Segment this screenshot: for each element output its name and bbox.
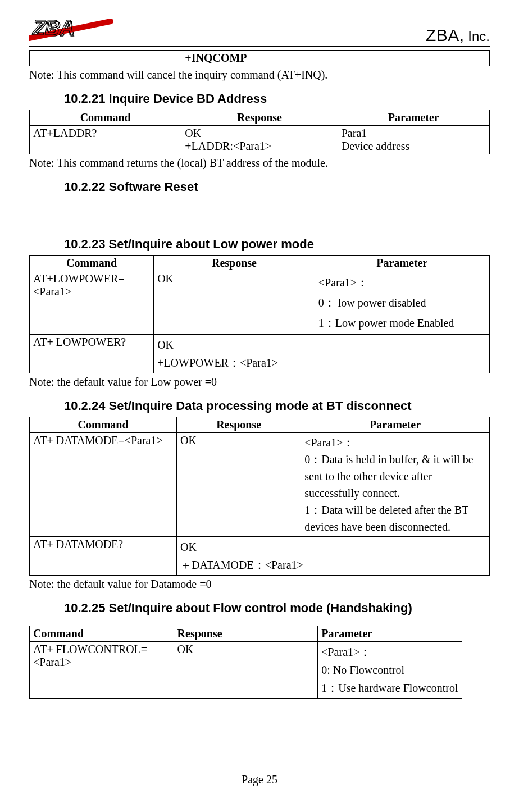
lowpower-table: Command Response Parameter AT+LOWPOWER=<…: [29, 255, 490, 373]
cell: AT+ FLOWCONTROL=<Para1>: [30, 642, 174, 699]
col-response: Response: [174, 626, 318, 642]
spacer: [29, 619, 490, 626]
datamode-table: Command Response Parameter AT+ DATAMODE=…: [29, 417, 490, 576]
table-header-row: Command Response Parameter: [30, 110, 490, 126]
col-command: Command: [30, 626, 174, 642]
col-response: Response: [154, 256, 315, 271]
company-text: ZBA,: [426, 26, 465, 44]
table-header-row: Command Response Parameter: [30, 256, 490, 271]
cell: <Para1>： 0： low power disabled 1：Low pow…: [315, 271, 489, 335]
table-header-row: Command Response Parameter: [30, 626, 462, 642]
cell: OK: [154, 271, 315, 335]
cell: OK +LOWPOWER：<Para1>: [154, 335, 490, 373]
cell: AT+ LOWPOWER?: [30, 335, 154, 373]
cell: [30, 51, 181, 66]
cell: OK: [177, 433, 301, 537]
col-parameter: Parameter: [318, 626, 462, 642]
cell: <Para1>： 0: No Flowcontrol 1：Use hardwar…: [318, 642, 462, 699]
col-response: Response: [177, 417, 301, 433]
table-row: AT+ DATAMODE=<Para1> OK <Para1>： 0：Data …: [30, 433, 490, 537]
section-heading-10221: 10.2.21 Inquire Device BD Address: [64, 92, 490, 106]
cell: OK: [174, 642, 318, 699]
table-row: AT+ FLOWCONTROL=<Para1> OK <Para1>： 0: N…: [30, 642, 462, 699]
flowcontrol-table: Command Response Parameter AT+ FLOWCONTR…: [29, 626, 462, 699]
company-name: ZBA, Inc.: [426, 26, 490, 45]
section-heading-10222: 10.2.22 Software Reset: [64, 180, 490, 194]
document-page: ZBA ZBA ZBA, Inc. +INQCOMP Note: This co…: [0, 0, 519, 812]
table-row: AT+LOWPOWER=<Para1> OK <Para1>： 0： low p…: [30, 271, 490, 335]
section-heading-10225: 10.2.25 Set/Inquire about Flow control m…: [64, 601, 490, 615]
col-response: Response: [181, 110, 338, 126]
col-command: Command: [30, 417, 177, 433]
col-parameter: Parameter: [315, 256, 489, 271]
svg-text:ZBA: ZBA: [32, 16, 74, 39]
table-row: AT+ LOWPOWER? OK +LOWPOWER：<Para1>: [30, 335, 490, 373]
cell: AT+LADDR?: [30, 126, 181, 154]
section-heading-10224: 10.2.24 Set/Inquire Data processing mode…: [64, 399, 490, 413]
table-header-row: Command Response Parameter: [30, 417, 490, 433]
cell: OK +LADDR:<Para1>: [181, 126, 338, 154]
cell: AT+LOWPOWER=<Para1>: [30, 271, 154, 335]
note-datamode: Note: the default value for Datamode =0: [29, 578, 490, 591]
cell: [338, 51, 489, 66]
note-inqcomp: Note: This command will cancel the inqui…: [29, 69, 490, 81]
table-row: +INQCOMP: [30, 51, 490, 66]
col-command: Command: [30, 256, 154, 271]
cell-text: +INQCOMP: [185, 52, 247, 64]
company-inc: Inc.: [465, 29, 490, 44]
zba-logo: ZBA ZBA: [29, 16, 119, 45]
table-row: AT+ DATAMODE? OK ＋DATAMODE：<Para1>: [30, 537, 490, 576]
cell: <Para1>： 0：Data is held in buffer, & it …: [301, 433, 490, 537]
col-parameter: Parameter: [301, 417, 490, 433]
cell: AT+ DATAMODE=<Para1>: [30, 433, 177, 537]
cell: OK ＋DATAMODE：<Para1>: [177, 537, 490, 576]
note-laddr: Note: This command returns the (local) B…: [29, 157, 490, 170]
laddr-table: Command Response Parameter AT+LADDR? OK …: [29, 110, 490, 154]
inqcomp-table: +INQCOMP: [29, 50, 490, 66]
section-heading-10223: 10.2.23 Set/Inquire about Low power mode: [64, 237, 490, 252]
col-parameter: Parameter: [338, 110, 489, 126]
cell: AT+ DATAMODE?: [30, 537, 177, 576]
page-number: Page 25: [0, 773, 519, 786]
spacer: [29, 198, 490, 231]
cell: Para1 Device address: [338, 126, 489, 154]
page-header: ZBA ZBA ZBA, Inc.: [29, 16, 490, 47]
cell: +INQCOMP: [181, 51, 338, 66]
table-row: AT+LADDR? OK +LADDR:<Para1> Para1 Device…: [30, 126, 490, 154]
col-command: Command: [30, 110, 181, 126]
note-lowpower: Note: the default value for Low power =0: [29, 376, 490, 389]
